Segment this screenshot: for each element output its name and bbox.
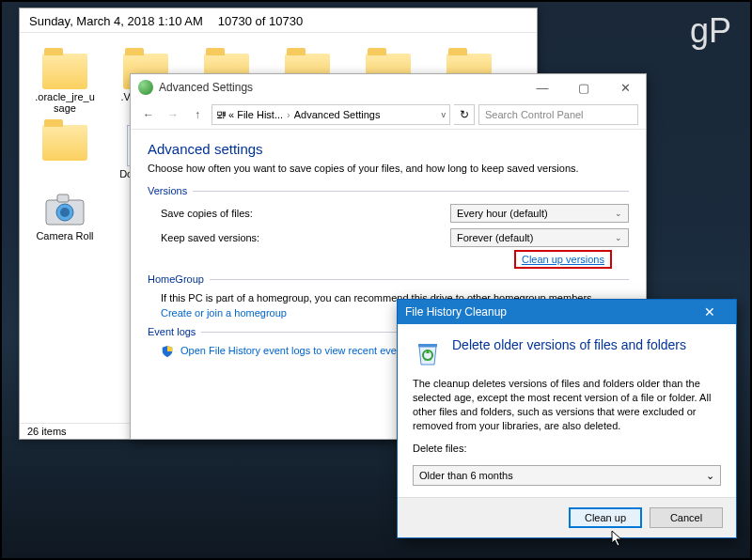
dialog-close-button[interactable]: ✕ (691, 304, 728, 319)
folder-item[interactable]: .oracle_jre_usage (35, 54, 95, 114)
dialog-title: File History Cleanup (405, 305, 507, 319)
settings-window-title: Advanced Settings (159, 81, 253, 94)
save-copies-select[interactable]: Every hour (default) ⌄ (450, 204, 629, 223)
keep-versions-select[interactable]: Forever (default) ⌄ (450, 228, 629, 247)
folder-icon (42, 54, 87, 89)
up-button[interactable]: ↑ (187, 104, 208, 125)
section-homegroup-label: HomeGroup (148, 273, 204, 285)
minimize-button[interactable]: — (522, 74, 563, 101)
cleanup-versions-link[interactable]: Clean up versions (514, 250, 612, 269)
delete-files-value: Older than 6 months (419, 470, 513, 481)
maximize-button[interactable]: ▢ (563, 74, 604, 101)
folder-label: Camera Roll (35, 230, 95, 241)
breadcrumb-sep: › (285, 109, 292, 120)
camera-icon (42, 191, 87, 228)
cancel-button[interactable]: Cancel (650, 507, 723, 528)
save-copies-label: Save copies of files: (161, 208, 330, 219)
delete-files-label: Delete files: (413, 442, 721, 456)
section-homegroup: HomeGroup (148, 273, 629, 285)
chevron-down-icon: ⌄ (706, 470, 714, 482)
chevron-down-icon: ⌄ (615, 233, 622, 242)
breadcrumb[interactable]: 🖳 « File Hist... › Advanced Settings v (212, 104, 450, 125)
save-copies-value: Every hour (default) (457, 208, 548, 219)
recycle-bin-icon (413, 337, 443, 367)
svg-rect-5 (57, 194, 69, 202)
svg-point-7 (60, 208, 70, 217)
watermark-logo: gP (690, 11, 731, 51)
dialog-body-text: The cleanup deletes versions of files an… (413, 377, 721, 432)
folder-item[interactable] (35, 125, 95, 179)
folder-icon (42, 125, 87, 161)
delete-files-select[interactable]: Older than 6 months ⌄ (413, 465, 721, 486)
close-button[interactable]: ✕ (604, 74, 646, 101)
page-subtitle: Choose how often you want to save copies… (148, 163, 629, 174)
settings-titlebar: Advanced Settings — ▢ ✕ (131, 74, 646, 101)
explorer-date: Sunday, March 4, 2018 1:10 AM (29, 14, 203, 28)
shield-icon (161, 345, 174, 358)
forward-button[interactable]: → (163, 104, 183, 125)
cleanup-dialog: File History Cleanup ✕ Delete older vers… (397, 299, 737, 538)
section-eventlogs-label: Event logs (148, 326, 196, 337)
control-panel-icon (138, 80, 153, 95)
homegroup-link[interactable]: Create or join a homegroup (161, 307, 287, 319)
folder-item[interactable]: Camera Roll (35, 191, 95, 241)
dialog-heading: Delete older versions of files and folde… (452, 337, 686, 367)
back-button[interactable]: ← (138, 104, 159, 125)
search-input[interactable]: Search Control Panel (478, 104, 638, 125)
explorer-count: 10730 of 10730 (218, 14, 303, 28)
breadcrumb-dropdown-icon[interactable]: v (442, 110, 446, 119)
keep-versions-value: Forever (default) (457, 232, 533, 243)
section-versions-label: Versions (148, 185, 187, 196)
dialog-footer: Clean up Cancel (398, 497, 736, 537)
dialog-titlebar: File History Cleanup ✕ (398, 300, 736, 324)
breadcrumb-part-1[interactable]: « File Hist... (228, 109, 283, 120)
page-title: Advanced settings (148, 141, 629, 157)
chevron-down-icon: ⌄ (615, 209, 622, 218)
breadcrumb-part-2[interactable]: Advanced Settings (294, 109, 381, 120)
breadcrumb-icon: 🖳 (216, 109, 227, 120)
cleanup-button[interactable]: Clean up (569, 507, 642, 528)
refresh-button[interactable]: ↻ (454, 104, 475, 125)
nav-row: ← → ↑ 🖳 « File Hist... › Advanced Settin… (131, 101, 646, 130)
explorer-header: Sunday, March 4, 2018 1:10 AM 10730 of 1… (20, 8, 537, 33)
section-versions: Versions (148, 185, 629, 196)
keep-versions-label: Keep saved versions: (161, 232, 330, 243)
folder-label: .oracle_jre_usage (35, 91, 95, 114)
